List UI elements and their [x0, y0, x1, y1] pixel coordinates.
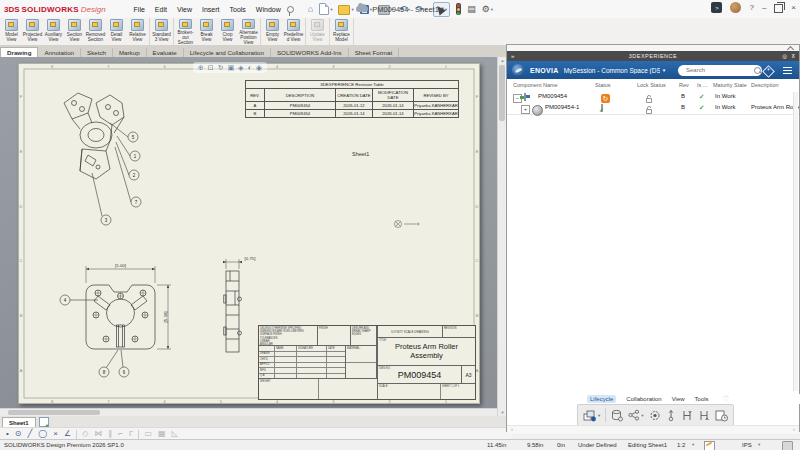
sketch-tool-icon[interactable]: Γ [129, 430, 133, 438]
sketch-tool-icon[interactable]: × [53, 430, 58, 438]
sketch-tool-icon[interactable]: ▭ [144, 430, 152, 438]
tab-sketch[interactable]: Sketch [81, 48, 113, 57]
ribbon-button[interactable]: Update View [307, 18, 328, 45]
compare-revisions-button[interactable] [666, 409, 676, 422]
horizontal-scrollbar-thumb[interactable] [8, 410, 100, 415]
undo-button[interactable]: ↶▾ [399, 4, 410, 14]
ribbon-button[interactable]: Removed Section [85, 18, 106, 45]
minimize-button[interactable]: – [762, 3, 766, 12]
ribbon-button[interactable]: Standard 3 View [151, 18, 172, 45]
undock-icon[interactable]: » [511, 53, 514, 59]
tab-evaluate[interactable]: Evaluate [147, 48, 184, 57]
panel-options-icon[interactable]: ◎ [782, 53, 787, 59]
search-box[interactable] [678, 65, 762, 76]
ribbon-button[interactable]: Replace Model [331, 18, 352, 45]
tab-sheet-format[interactable]: Sheet Format [349, 48, 400, 57]
tab-annotation[interactable]: Annotation [38, 48, 81, 57]
history-button[interactable] [715, 409, 728, 422]
panel-pin-icon[interactable]: ⊼ [791, 53, 795, 59]
menu-item[interactable]: Window [256, 6, 281, 13]
select-tool-button[interactable]: ▾ [433, 2, 450, 17]
component-name[interactable]: PM009454-1 [545, 104, 579, 110]
close-button[interactable]: × [791, 3, 796, 12]
drawing-view-front[interactable] [86, 285, 155, 349]
dimension-side-width[interactable]: [0.75] [223, 256, 255, 269]
rebuild-button[interactable] [456, 3, 461, 15]
dimension-front-height[interactable]: [5.30] [157, 285, 171, 349]
tab-collaboration[interactable]: Collaboration [626, 396, 661, 402]
headsup-icon[interactable]: ◐ [248, 64, 252, 71]
sheet-scale[interactable]: 1:2 [677, 442, 685, 448]
ribbon-button[interactable]: Auxiliary View [43, 18, 64, 45]
3ds-console-icon[interactable]: > [711, 2, 722, 13]
sheet-tab[interactable]: Sheet1 [2, 417, 36, 427]
user-avatar[interactable] [730, 2, 741, 13]
display-style-button[interactable]: ▤ [467, 4, 476, 14]
help-button[interactable]: ? [749, 3, 753, 12]
headsup-icon[interactable]: ⊕ [198, 64, 204, 71]
search-input[interactable] [684, 66, 752, 74]
tab-lifecycle[interactable]: Lifecycle [587, 395, 616, 403]
sketch-tool-icon[interactable]: ⋈ [94, 430, 102, 438]
home-button[interactable]: ⌂ [308, 4, 313, 14]
title-block[interactable]: UNLESS OTHERWISE SPECIFIED:DIMENSIONS AR… [258, 325, 476, 400]
drawing-view-side[interactable] [224, 271, 242, 352]
headsup-icon[interactable]: ⊡ [208, 64, 214, 71]
sketch-tool-icon[interactable]: ⌐ [118, 430, 123, 438]
sketch-tool-icon[interactable]: ◯ [38, 430, 47, 438]
ribbon-button[interactable]: Empty View [262, 18, 283, 45]
print-button[interactable]: ▾ [378, 3, 393, 15]
redo-button[interactable]: ↷▾ [416, 4, 427, 14]
restore-button[interactable] [774, 4, 783, 13]
ribbon-button[interactable]: Broken-out Section [175, 18, 196, 45]
collaborative-tasks-button[interactable] [649, 409, 661, 422]
tab-drawing[interactable]: Drawing [0, 47, 38, 57]
session-selector[interactable]: MySession - Common Space (DS... [564, 67, 660, 74]
options-button[interactable]: ⚙▾ [482, 4, 493, 14]
markup-icon[interactable] [704, 441, 715, 450]
graphics-area[interactable]: 5 1 2 7 3 [0, 57, 497, 408]
panel-horizontal-scrollbar[interactable]: ‹ › [507, 425, 799, 434]
menu-item[interactable]: Edit [155, 6, 167, 13]
sketch-tool-icon[interactable]: ◇ [82, 430, 88, 438]
status-options-icon[interactable] [782, 441, 793, 450]
tab-tools[interactable]: Tools [695, 396, 709, 402]
component-row-part[interactable]: + PM009454-1 B ✓ In Work Proteus Arm Rol… [507, 103, 799, 115]
expand-node-button[interactable]: + [521, 105, 530, 114]
session-dropdown-icon[interactable]: ▾ [663, 67, 666, 73]
tab-markup[interactable]: Markup [113, 48, 147, 57]
scroll-right-icon[interactable]: › [793, 426, 795, 432]
sketch-tool-icon[interactable]: ▦ [158, 430, 166, 438]
tab-solidworks-addins[interactable]: SOLIDWORKS Add-Ins [271, 48, 349, 57]
units-dropdown-icon[interactable]: ▾ [758, 442, 760, 447]
sketch-tool-icon[interactable]: ╱ [28, 430, 33, 438]
database-button[interactable] [611, 409, 623, 422]
headsup-icon[interactable]: ◈ [238, 64, 243, 71]
ribbon-button[interactable]: Relative View [127, 18, 148, 45]
pin-menu-icon[interactable] [287, 6, 294, 13]
sketch-tool-icon[interactable]: ∥ [108, 430, 112, 438]
save-button[interactable]: ▾ [360, 5, 372, 14]
open-button[interactable]: ▾ [338, 3, 353, 15]
share-button[interactable]: ▾ [628, 409, 643, 422]
ribbon-button[interactable]: Alternate Position View [238, 18, 259, 45]
3ds-compass-icon[interactable] [512, 64, 524, 76]
ribbon-button[interactable]: Break View [196, 18, 217, 45]
headsup-icon[interactable]: ◉ [256, 64, 262, 71]
unit-system[interactable]: IPS [742, 442, 752, 448]
sketch-tool-icon[interactable]: • [6, 430, 9, 438]
save-to-3dexperience-button[interactable]: ▾ [583, 409, 600, 422]
center-mark-annotation[interactable] [395, 221, 420, 228]
headsup-icon[interactable]: ↻ [218, 64, 224, 71]
drawing-view-isometric[interactable] [64, 93, 124, 179]
panel-scrollbar[interactable] [793, 92, 798, 391]
ribbon-button[interactable]: Projected View [22, 18, 43, 45]
new-document-button[interactable]: ▾ [319, 3, 332, 15]
panel-dock-header[interactable]: » 3DEXPERIENCE ◎⊼ [507, 51, 799, 61]
menu-item[interactable]: Insert [202, 6, 220, 13]
component-name[interactable]: PM009454 [538, 93, 567, 99]
balloon-group-iso[interactable]: 5 1 2 7 3 [92, 123, 141, 225]
branch-button[interactable] [681, 409, 693, 422]
sketch-tool-icon[interactable]: ∠ [64, 430, 71, 438]
scale-dropdown-icon[interactable]: ▾ [692, 442, 694, 447]
